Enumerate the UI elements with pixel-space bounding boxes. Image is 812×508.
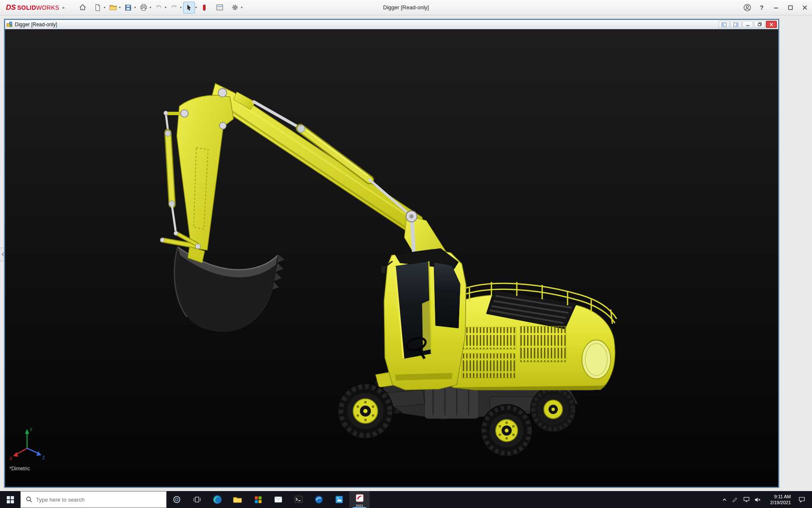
account-button[interactable] (740, 0, 754, 15)
volume-muted-icon (754, 496, 761, 503)
select-tool-button[interactable] (183, 2, 195, 14)
tile-pane-1-button[interactable] (719, 21, 730, 28)
taskbar-terminal-button[interactable] (288, 491, 309, 508)
open-dropdown[interactable]: ▾ (119, 6, 121, 9)
digger-model-canvas[interactable]: Y X Z (5, 29, 778, 487)
save-button[interactable] (122, 2, 134, 14)
home-icon (79, 3, 87, 11)
photos-icon (335, 495, 344, 504)
search-input[interactable] (36, 497, 154, 503)
wheel-rear-near (480, 404, 533, 457)
options-dropdown[interactable]: ▾ (241, 6, 242, 9)
ds-logo-text: DS (6, 3, 16, 12)
close-document-button[interactable] (766, 21, 777, 28)
view-orientation-label: *Dimetric (9, 466, 30, 472)
clock-time: 9:11 AM (763, 494, 791, 500)
task-view-icon (193, 495, 201, 504)
print-dropdown[interactable]: ▾ (149, 6, 151, 9)
save-dropdown[interactable]: ▾ (134, 6, 136, 9)
taskbar-search[interactable] (20, 491, 167, 508)
start-button[interactable] (0, 491, 20, 508)
system-tray: 9:11 AM 2/19/2021 (719, 491, 812, 508)
solidworks-logo: DSSOLIDWORKS (0, 3, 59, 12)
cortana-icon (173, 495, 181, 504)
undo-dropdown[interactable]: ▾ (165, 6, 166, 9)
assembly-document-icon (6, 21, 13, 28)
display-tray-button[interactable] (741, 491, 752, 508)
edge-icon (212, 494, 222, 505)
options-gear-icon (231, 3, 239, 11)
sheet-format-icon (216, 3, 224, 11)
minimize-app-button[interactable] (769, 0, 783, 15)
undo-button[interactable] (153, 2, 165, 14)
mail-icon (274, 495, 283, 504)
triad-x-label: X (9, 456, 12, 461)
print-button[interactable] (137, 2, 149, 14)
taskbar-solidworks-button[interactable]: 2021 (349, 491, 370, 508)
red-capsule-button[interactable] (198, 2, 210, 14)
sheet-format-button[interactable] (214, 2, 225, 14)
taskbar-cortana-button[interactable] (167, 491, 187, 508)
graphics-viewport[interactable]: Y X Z *Dimetric (5, 29, 778, 487)
minimize-document-button[interactable] (742, 21, 753, 28)
taskbar-clock[interactable]: 9:11 AM 2/19/2021 (763, 494, 793, 506)
microsoft-grid-icon (254, 495, 263, 504)
new-document-icon (94, 4, 102, 11)
new-document-button[interactable] (92, 2, 104, 14)
redo-dropdown[interactable]: ▾ (180, 6, 181, 9)
minimize-doc-icon (746, 22, 750, 27)
close-app-button[interactable] (798, 0, 812, 15)
windows-taskbar: 2021 9:11 AM 2/19/2021 (0, 491, 812, 508)
triad-y-label: Y (30, 428, 33, 432)
windows-ink-button[interactable] (730, 491, 741, 508)
file-explorer-icon (233, 494, 243, 505)
select-cursor-icon (185, 4, 193, 11)
digger-cab[interactable] (381, 248, 466, 390)
terminal-icon (294, 495, 303, 504)
app-window-controls: ? (740, 0, 812, 15)
maximize-app-button[interactable] (783, 0, 798, 15)
taskbar-blue-circle-app-button[interactable] (309, 491, 329, 508)
solidworks-version-badge: 2021 (349, 504, 370, 508)
search-icon (26, 496, 33, 503)
windows-logo-icon (7, 496, 14, 503)
show-hidden-icons-button[interactable] (719, 491, 730, 508)
digger-body[interactable] (443, 282, 617, 390)
solidworks-app-icon (355, 494, 364, 502)
digger-bucket[interactable] (174, 247, 285, 332)
help-button[interactable]: ? (754, 0, 769, 15)
app-titlebar: DSSOLIDWORKS ▸ ▾ ▾ ▾ ▾ ▾ ▾ (0, 0, 812, 15)
select-tool-dropdown[interactable]: ▾ (195, 6, 197, 9)
account-icon (743, 3, 752, 12)
redo-button[interactable] (168, 2, 180, 14)
chevron-up-icon (721, 496, 728, 503)
taskbar-photos-button[interactable] (329, 491, 349, 508)
new-document-dropdown[interactable]: ▾ (104, 6, 105, 9)
pen-icon (732, 496, 739, 503)
redo-icon (170, 3, 178, 11)
flyout-arrow-icon[interactable]: ▸ (63, 5, 65, 10)
reference-triad: Y X Z (9, 428, 45, 461)
open-button[interactable] (107, 2, 119, 14)
home-button[interactable] (77, 2, 88, 14)
digger-model[interactable] (160, 83, 617, 457)
open-folder-icon (109, 3, 117, 11)
wheel-rear-far (530, 387, 576, 432)
taskbar-microsoft-apps-button[interactable] (248, 491, 268, 508)
print-icon (140, 3, 148, 11)
close-icon (802, 5, 808, 11)
volume-button[interactable] (752, 491, 763, 508)
document-titlebar[interactable]: Digger [Read-only] (5, 20, 778, 29)
restore-document-button[interactable] (754, 21, 765, 28)
taskbar-file-explorer-button[interactable] (228, 491, 248, 508)
brand-works-text: WORKS (36, 4, 59, 11)
options-button[interactable] (229, 2, 241, 14)
tile-pane-2-icon (733, 22, 738, 27)
app-window-title: Digger [Read-only] (383, 4, 429, 11)
action-center-button[interactable] (793, 491, 810, 508)
taskbar-edge-button[interactable] (207, 491, 228, 508)
wheel-front-near (337, 383, 393, 439)
tile-pane-2-button[interactable] (730, 21, 741, 28)
taskbar-task-view-button[interactable] (187, 491, 207, 508)
taskbar-mail-button[interactable] (268, 491, 288, 508)
